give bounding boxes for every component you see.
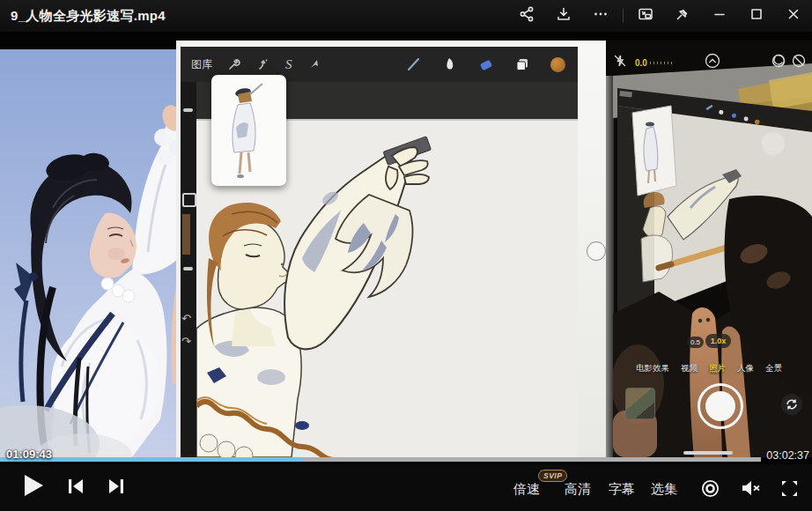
redo-icon: ↷	[181, 336, 191, 347]
fullscreen-button[interactable]	[778, 480, 801, 500]
mode-video: 视频	[681, 363, 698, 374]
previous-button[interactable]	[65, 479, 86, 497]
video-frame[interactable]: 图库 S ↶ ↷	[0, 32, 812, 463]
maximize-icon	[749, 6, 764, 26]
next-button[interactable]	[106, 479, 127, 497]
picture-in-picture-button[interactable]	[627, 2, 664, 30]
minimize-icon	[712, 6, 727, 26]
previous-icon	[67, 478, 85, 498]
smudge-icon	[442, 56, 458, 72]
volume-muted-icon	[741, 479, 761, 500]
camera-top-bar: 0.0	[613, 53, 808, 72]
share-icon	[519, 6, 535, 26]
control-bar: 倍速 SVIP 高清 字幕 选集	[0, 464, 812, 511]
seek-bar[interactable]	[0, 457, 761, 462]
camera-mode-row: 电影效果 视频 照片 人像 全景	[606, 363, 812, 374]
eraser-icon	[478, 56, 494, 72]
titlebar: 9_人物全身光影速写.mp4	[0, 0, 812, 32]
pin-icon	[675, 6, 690, 26]
download-icon	[556, 6, 572, 26]
brush-size-slider	[183, 108, 193, 112]
quality-button[interactable]: 高清	[565, 481, 591, 498]
close-icon	[786, 6, 801, 26]
volume-button[interactable]	[739, 480, 762, 500]
next-icon	[107, 478, 125, 498]
gallery-button: 图库	[191, 57, 212, 72]
home-indicator	[683, 451, 733, 455]
expand-chevron-icon	[705, 53, 720, 72]
play-icon	[22, 473, 45, 501]
color-swatch	[550, 57, 565, 72]
current-time: 01:09:43	[6, 448, 52, 461]
selection-icon: S	[285, 57, 292, 72]
reference-thumbnail-card	[211, 75, 286, 186]
sidebar-color-strip	[182, 214, 190, 255]
speed-button[interactable]: 倍速	[513, 481, 540, 498]
reference-photo	[0, 49, 181, 457]
adjust-wand-icon	[256, 57, 270, 71]
transform-arrow-icon	[307, 57, 321, 71]
flash-off-icon	[613, 54, 627, 71]
minimize-button[interactable]	[701, 2, 738, 30]
maximize-button[interactable]	[738, 2, 775, 30]
filter-icon	[771, 54, 786, 71]
total-time: 03:02:37	[766, 449, 809, 462]
pip-icon	[638, 6, 653, 26]
mode-photo-active: 照片	[709, 363, 726, 374]
undo-icon: ↶	[181, 313, 191, 324]
shutter-inner	[705, 391, 735, 421]
mode-panorama: 全景	[765, 363, 782, 374]
play-button[interactable]	[19, 473, 48, 501]
procreate-sidebar: ↶ ↷	[181, 82, 196, 457]
touch-indicator-circle	[587, 241, 606, 261]
subtitle-button[interactable]: 字幕	[609, 481, 635, 498]
ai-off-icon	[792, 54, 806, 71]
more-icon	[593, 6, 609, 26]
video-title: 9_人物全身光影速写.mp4	[11, 8, 166, 25]
zoom-chip-1x: 1.0x	[705, 334, 731, 348]
phone-camera-view: 0.0 0.5 1.0x 电影效果 视频 照片 人像 全景	[606, 41, 812, 457]
mode-portrait: 人像	[737, 363, 754, 374]
record-button[interactable]	[699, 480, 720, 500]
flip-camera-button	[781, 394, 802, 415]
pin-on-top-button[interactable]	[664, 2, 701, 30]
window-buttons	[508, 0, 812, 32]
exposure-value: 0.0	[635, 58, 647, 68]
layers-icon	[514, 56, 530, 72]
svip-badge: SVIP	[538, 470, 567, 482]
more-button[interactable]	[582, 2, 619, 30]
zoom-chip-05: 0.5	[687, 337, 704, 348]
shutter-button	[698, 383, 743, 429]
fullscreen-icon	[780, 479, 799, 501]
wrench-icon	[227, 57, 241, 71]
tablet-bezel-top	[181, 41, 578, 47]
brush-icon	[406, 56, 422, 72]
close-button[interactable]	[775, 2, 812, 30]
opacity-slider	[183, 267, 193, 270]
tablet-bezel-right	[578, 41, 606, 457]
gallery-thumbnail	[625, 388, 655, 419]
mode-movie: 电影效果	[636, 363, 669, 374]
episodes-button[interactable]: 选集	[651, 481, 677, 498]
record-icon	[701, 479, 720, 501]
titlebar-separator	[623, 9, 624, 23]
share-button[interactable]	[508, 2, 545, 30]
video-player-window: 9_人物全身光影速写.mp4	[0, 0, 812, 511]
exposure-scale	[650, 62, 673, 64]
sidebar-modify-button	[182, 193, 196, 207]
procreate-screen: 图库 S ↶ ↷	[181, 41, 606, 457]
download-button[interactable]	[545, 2, 582, 30]
